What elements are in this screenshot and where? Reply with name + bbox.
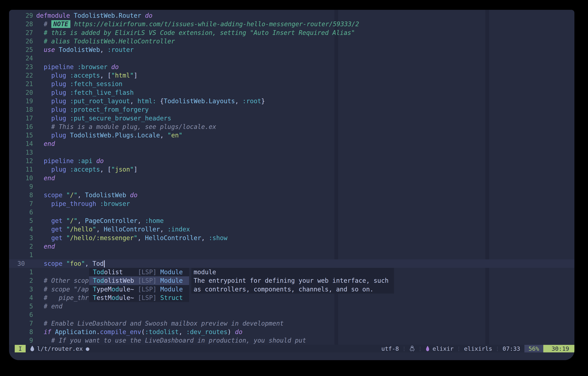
code-line[interactable]: 29defmodule TodolistWeb.Router do — [9, 11, 574, 20]
code-segment: " — [111, 166, 115, 173]
code-line[interactable]: 27 # this is added by ElixirLS VS Code e… — [9, 29, 574, 37]
code-line[interactable]: 4 get "/hello", HelloController, :index — [9, 225, 574, 234]
code-line[interactable]: 23 pipeline :browser do — [9, 63, 574, 71]
code-segment: TodolistWeb.Layouts — [164, 97, 235, 105]
statusline: I l/t/router.ex ● utf-8 ⋮ — [9, 345, 574, 352]
code-segment: /hello — [70, 226, 93, 233]
code-line[interactable]: 7 # Enable LiveDashboard and Swoosh mail… — [9, 319, 574, 328]
code-line[interactable]: 14 end — [9, 140, 574, 148]
code-segment: , — [235, 97, 242, 105]
code-segment: # this is added by ElixirLS VS Code exte… — [36, 29, 355, 36]
code-line[interactable]: 15 plug TodolistWeb.Plugs.Locale, "en" — [9, 131, 574, 140]
cursor-position: 30:19 — [543, 345, 574, 352]
command-line[interactable] — [9, 352, 574, 360]
line-number: 2 — [9, 276, 36, 285]
code-segment — [36, 140, 44, 147]
code-line[interactable]: 10 end — [9, 174, 574, 182]
code-line[interactable]: 16 # This is a module plug, see plugs/lo… — [9, 122, 574, 131]
code-line[interactable]: 26 # alias TodolistWeb.HelloController — [9, 37, 574, 45]
completion-item[interactable]: Todolist [LSP] Module — [89, 268, 189, 276]
code-text: # pipe_thr — [36, 293, 89, 302]
code-line[interactable]: 24 — [9, 54, 574, 63]
code-line[interactable]: 2 end — [9, 242, 574, 251]
code-line[interactable]: 28 # NOTE https://elixirforum.com/t/issu… — [9, 20, 574, 28]
code-segment — [51, 328, 55, 336]
code-text: plug :fetch_session — [36, 80, 123, 88]
line-number: 25 — [9, 45, 36, 54]
completion-item[interactable]: TestModule~ [LSP] Struct — [89, 293, 189, 302]
code-line[interactable]: 5 # end — [9, 302, 574, 311]
code-segment: end — [44, 174, 55, 182]
code-segment: scope — [44, 260, 63, 267]
code-segment: # If you want to use the LiveDashboard i… — [36, 337, 306, 344]
code-segment: # pipe_thr — [36, 294, 89, 301]
code-segment: plug — [51, 106, 66, 113]
code-segment: " — [66, 191, 70, 199]
code-text: end — [36, 242, 55, 251]
code-segment: do — [96, 157, 104, 165]
code-segment: , — [160, 131, 168, 139]
code-line[interactable]: 25 use TodolistWeb, :router — [9, 45, 574, 54]
code-line[interactable]: 1 — [9, 251, 574, 259]
code-text: get "/hello", HelloController, :index — [36, 225, 190, 234]
code-line-current[interactable]: 30 scope "foo", Tod — [9, 259, 574, 268]
modified-indicator: ● — [86, 345, 89, 352]
code-segment: , — [96, 226, 104, 233]
code-segment — [36, 234, 51, 242]
code-line[interactable]: 11 plug :accepts, ["json"] — [9, 165, 574, 174]
droplet-file-icon — [30, 345, 35, 352]
code-segment: :accepts — [70, 166, 100, 173]
code-line[interactable]: 5 get "/", PageController, :home — [9, 216, 574, 225]
code-segment: T — [93, 286, 97, 293]
code-line[interactable]: 21 plug :fetch_session — [9, 80, 574, 88]
line-number: 21 — [9, 80, 36, 88]
code-line[interactable]: 3 get "/hello/:messenger", HelloControll… — [9, 234, 574, 242]
code-line[interactable]: 8 scope "/", TodolistWeb do — [9, 191, 574, 199]
code-segment: TodolistWeb.Router — [74, 12, 141, 19]
code-segment: end — [44, 243, 55, 250]
code-segment: " — [134, 234, 137, 242]
code-segment — [36, 200, 51, 207]
code-segment: get — [51, 234, 63, 242]
code-segment: [LSP] — [138, 286, 160, 293]
code-segment: , — [130, 97, 137, 105]
code-segment: , — [78, 191, 85, 199]
line-number: 3 — [9, 285, 36, 293]
code-segment: ( — [141, 328, 145, 336]
code-line[interactable]: 6 — [9, 311, 574, 319]
code-segment — [126, 191, 130, 199]
code-segment: # end — [36, 302, 63, 310]
code-line[interactable]: 9 # If you want to use the LiveDashboard… — [9, 336, 574, 345]
code-segment — [89, 294, 93, 301]
code-segment: :router — [107, 46, 134, 54]
code-line[interactable]: 12 pipeline :api do — [9, 157, 574, 165]
encoding: utf-8 — [381, 345, 399, 352]
editor[interactable]: 29defmodule TodolistWeb.Router do28 # NO… — [9, 10, 574, 345]
code-line[interactable]: 19 plug :put_root_layout, html: {Todolis… — [9, 97, 574, 105]
code-segment — [36, 20, 44, 28]
code-line[interactable]: 9 — [9, 182, 574, 191]
code-line[interactable]: 22 plug :accepts, ["html"] — [9, 71, 574, 80]
code-segment: T — [93, 294, 97, 301]
code-segment: ] — [134, 166, 137, 173]
line-number: 15 — [9, 131, 36, 140]
code-segment: , [ — [100, 166, 111, 173]
code-line[interactable]: 18 plug :protect_from_forgery — [9, 105, 574, 114]
code-segment: foo — [70, 260, 81, 267]
completion-menu[interactable]: Todolist [LSP] Module TodolistWeb [LSP] … — [89, 268, 189, 302]
completion-item[interactable]: TypeModule~ [LSP] Module — [89, 285, 189, 293]
code-segment: [LSP] — [138, 277, 160, 284]
code-line[interactable]: 20 plug :fetch_live_flash — [9, 88, 574, 97]
code-text: plug :accepts, ["json"] — [36, 165, 137, 174]
separator: ⋮ — [454, 346, 464, 352]
code-line[interactable]: 7 pipe_through :browser — [9, 200, 574, 208]
code-segment: pipe_through — [51, 200, 96, 207]
code-line[interactable]: 17 plug :put_secure_browser_headers — [9, 114, 574, 122]
code-line[interactable]: 6 — [9, 208, 574, 216]
code-line[interactable]: 8 if Application.compile_env(:todolist, … — [9, 328, 574, 336]
filename: l/t/router.ex — [37, 345, 83, 352]
code-segment: ypeM — [97, 286, 112, 293]
code-segment: Module — [160, 286, 183, 293]
code-line[interactable]: 13 — [9, 148, 574, 157]
completion-item-selected[interactable]: TodolistWeb [LSP] Module — [89, 276, 189, 285]
